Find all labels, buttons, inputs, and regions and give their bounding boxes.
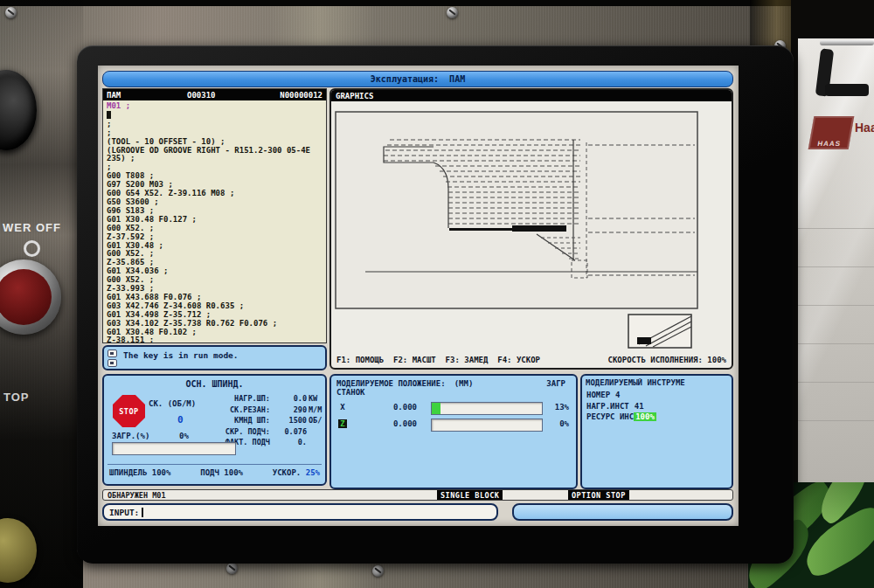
axes-rows: X0.00013%Z0.0000% <box>336 401 571 434</box>
stop-sign-text: STOP <box>119 407 138 416</box>
input-caret <box>142 508 143 517</box>
program-line: 235) ; <box>107 155 326 163</box>
screen-title-bar: Эксплуатация: ПАМ <box>102 71 733 87</box>
program-line: ; <box>107 121 326 129</box>
divider <box>108 464 322 465</box>
program-panel: ПАМ O00310 N00000012 M01 ;;;(TOOL - 10 O… <box>102 88 327 343</box>
position-title: МОДЕЛИРУЕМОЕ ПОЛОЖЕНИЕ: <box>336 379 446 388</box>
axis-name: X <box>338 403 347 412</box>
graphics-title: GRAPHICS <box>336 92 373 100</box>
axis-load-bar <box>431 402 543 415</box>
haas-brand-text: Haas <box>855 121 874 135</box>
program-number: O00310 <box>187 91 216 100</box>
haas-logo-icon: HAAS <box>808 116 855 149</box>
stop-label: TOP <box>3 391 30 404</box>
override-label: ШПИНДЕЛЬ <box>109 468 152 477</box>
override-item: УСКОР. 25% <box>273 468 320 477</box>
readout-value: 0.0 <box>272 394 307 405</box>
readout-unit: М/М <box>309 405 327 417</box>
axis-row: Z0.0000% <box>336 418 571 434</box>
readout-unit <box>309 427 327 439</box>
readout-value: 1500 <box>272 416 307 427</box>
status-bar: ОБНАРУЖЕН M01 SINGLE BLOCKOPTION STOP <box>102 489 733 501</box>
key-mode-icon <box>108 349 117 368</box>
execution-speed: СКОРОСТЬ ИСПОЛНЕНИЯ: 100% <box>608 356 726 364</box>
graphics-panel: GRAPHICS <box>329 88 733 370</box>
tool-row-label: НАГР.ИНСТ <box>586 402 629 411</box>
execution-speed-label: СКОРОСТЬ ИСПОЛНЕНИЯ: <box>608 356 703 364</box>
position-header: МОДЕЛИРУЕМОЕ ПОЛОЖЕНИЕ: (ММ) ЗАГР <box>336 379 571 388</box>
readout-unit <box>309 438 327 449</box>
coordinate-frame-label: СТАНОК <box>336 388 365 397</box>
spindle-readouts: НАГР.ШП:0.0KWСК.РЕЗАН:290М/МКМНД ШП:1500… <box>207 394 325 449</box>
program-line: M01 ; <box>107 102 326 111</box>
axis-name: Z <box>338 419 347 428</box>
override-item: ШПИНДЕЛЬ 100% <box>109 468 170 477</box>
spindle-panel: ОСН. ШПИНД. STOP СК. (ОБ/М) 0 НАГР.ШП:0.… <box>102 374 327 486</box>
program-code-listing[interactable]: M01 ;;;(TOOL - 10 OFFSET - 10) ;(LGROOVE… <box>103 100 326 342</box>
clipboard-ruled-lines <box>798 190 874 453</box>
screw-icon <box>447 7 458 18</box>
key-chip-icon <box>108 359 117 367</box>
spindle-speed-value: 0 <box>177 414 184 425</box>
function-key-hints: F1: ПОМОЩЬ F2: МАСШТ F3: ЗАМЕД F4: УСКОР <box>336 356 540 364</box>
input-label: INPUT: <box>109 508 139 517</box>
readout-label: СКР. ПОДЧ: <box>207 427 270 439</box>
power-off-button[interactable] <box>0 269 52 325</box>
mode-badge: OPTION STOP <box>568 490 629 500</box>
readout-value: 0. <box>272 438 307 449</box>
readout-unit: ОБ/ <box>309 416 327 427</box>
tool-rows: НОМЕР4НАГР.ИНСТ41РЕСУРС ИНС100% <box>586 391 656 424</box>
tool-row-label: РЕСУРС ИНС <box>586 412 634 421</box>
override-label: ПОДЧ <box>200 468 224 477</box>
spindle-load-value: 0% <box>179 432 189 440</box>
position-panel: МОДЕЛИРУЕМОЕ ПОЛОЖЕНИЕ: (ММ) ЗАГР СТАНОК… <box>329 374 578 489</box>
mode-badge: SINGLE BLOCK <box>437 490 503 500</box>
message-bar: The key is in run mode. <box>102 345 327 370</box>
readout-value: 0.076 <box>272 427 307 439</box>
tool-row: РЕСУРС ИНС100% <box>586 412 656 424</box>
spindle-title: ОСН. ШПИНД. <box>104 379 325 389</box>
tool-panel-title: МОДЕЛИРУЕМЫЙ ИНСТРУМЕ <box>586 378 732 387</box>
screw-icon <box>226 563 238 574</box>
screw-icon <box>372 565 384 577</box>
command-echo-bar <box>512 503 733 521</box>
spindle-load-label: ЗАГР.(%) <box>112 432 149 440</box>
monitor-bezel: Эксплуатация: ПАМ ПАМ O00310 N00000012 M… <box>77 45 794 564</box>
readout-value: 290 <box>272 405 307 417</box>
message-text: The key is in run mode. <box>123 350 239 360</box>
panel-top-gap <box>0 0 874 6</box>
program-line: (LGROOVE OD GROOVE RIGHT - R151.2-300 05… <box>107 147 326 156</box>
override-value: 100% <box>224 468 243 477</box>
program-line <box>107 111 326 121</box>
program-line: Z-38.151 ; <box>107 336 326 342</box>
axis-position-value: 0.000 <box>363 403 417 412</box>
spindle-speed-label: СК. (ОБ/М) <box>149 399 196 408</box>
key-chip-icon <box>108 349 117 357</box>
program-name: ПАМ <box>107 91 121 100</box>
override-row: ШПИНДЕЛЬ 100%ПОДЧ 100%УСКОР. 25% <box>109 468 320 477</box>
override-item: ПОДЧ 100% <box>200 468 243 477</box>
graphics-header: GRAPHICS <box>331 90 732 101</box>
power-off-symbol-icon <box>24 240 40 257</box>
haas-logo-text: HAAS <box>816 138 842 149</box>
clipboard-rod <box>820 40 874 45</box>
text-cursor <box>107 111 111 119</box>
tool-row: НОМЕР4 <box>586 391 656 402</box>
screw-icon <box>5 7 17 18</box>
override-value: 25% <box>306 468 320 477</box>
tool-row-value: 41 <box>635 402 644 411</box>
screen-title: Эксплуатация: ПАМ <box>371 74 465 84</box>
tool-row: НАГР.ИНСТ41 <box>586 402 656 413</box>
tool-row-value: 100% <box>634 412 656 421</box>
tool-panel: МОДЕЛИРУЕМЫЙ ИНСТРУМЕ НОМЕР4НАГР.ИНСТ41Р… <box>580 374 733 489</box>
cnc-screen: Эксплуатация: ПАМ ПАМ O00310 N00000012 M… <box>98 66 739 526</box>
tool-row-label: НОМЕР <box>586 391 610 399</box>
readout-unit: KW <box>309 394 327 405</box>
axis-load-bar <box>431 419 543 432</box>
graphics-footer: F1: ПОМОЩЬ F2: МАСШТ F3: ЗАМЕД F4: УСКОР… <box>336 354 726 365</box>
override-value: 100% <box>152 468 171 477</box>
input-field[interactable]: INPUT: <box>102 503 498 521</box>
tool-row-value: 4 <box>615 391 620 399</box>
power-off-label: WER OFF <box>3 221 61 234</box>
